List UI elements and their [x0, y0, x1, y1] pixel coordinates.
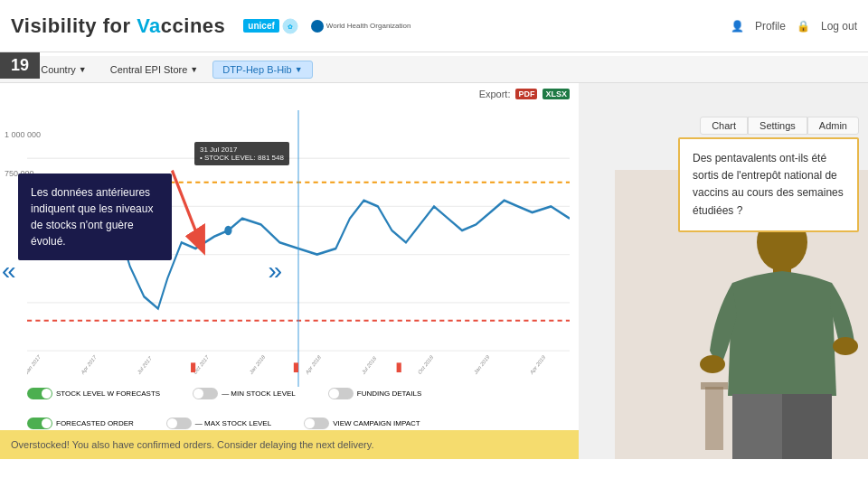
tooltip-stock: • STOCK LEVEL: 881 548 [200, 154, 284, 162]
toggle-stock[interactable] [27, 388, 52, 399]
toggle-funding[interactable] [328, 388, 354, 399]
arrow-right-button[interactable]: » [268, 258, 282, 284]
svg-text:✿: ✿ [288, 23, 293, 30]
legend-item-campaign-impact: VIEW CAMPAIGN IMPACT [304, 418, 420, 429]
header: Visibility for Vaccines unicef ✿ World H… [0, 0, 868, 52]
legend-item-funding: FUNDING DETAILS [328, 388, 421, 399]
who-label: World Health Organization [326, 22, 411, 30]
annotation-right: Des pentavalents ont-ils été sortis de l… [678, 137, 859, 232]
slide-number: 19 [0, 52, 40, 79]
bottom-notification-bar: Overstocked! You also have confirmed ord… [0, 430, 579, 459]
tab-chart[interactable]: Chart [700, 117, 748, 135]
svg-rect-32 [782, 394, 832, 459]
xlsx-export-button[interactable]: XLSX [542, 89, 570, 99]
legend-label-stock: STOCK LEVEL W FORECASTS [56, 389, 160, 398]
toggle-max[interactable] [166, 418, 192, 429]
partner-logos: unicef ✿ World Health Organization [243, 18, 410, 34]
svg-rect-31 [732, 394, 778, 459]
chart-tooltip: 31 Jul 2017 • STOCK LEVEL: 881 548 [194, 142, 289, 165]
toggle-campaign-impact[interactable] [304, 418, 329, 429]
svg-text:Apr 2018: Apr 2018 [305, 353, 322, 375]
toggle-order[interactable] [27, 418, 52, 429]
right-panel: Des pentavalents ont-ils été sortis de l… [579, 83, 868, 459]
export-label: Export: [479, 89, 511, 99]
svg-rect-33 [705, 387, 723, 450]
svg-rect-24 [397, 362, 401, 372]
unicef-emblem-icon: ✿ [282, 18, 298, 34]
lock-icon: 🔒 [797, 20, 810, 33]
unicef-logo: unicef [243, 19, 278, 33]
nav-tabs: ViVa Country ▼ Central EPI Store ▼ DTP-H… [0, 56, 868, 83]
svg-rect-34 [701, 382, 728, 389]
tab-vaccine[interactable]: DTP-Hep B-Hib ▼ [212, 61, 312, 79]
tab-admin[interactable]: Admin [807, 117, 859, 135]
svg-point-11 [224, 226, 231, 236]
profile-label[interactable]: Profile [755, 20, 786, 33]
main-content: Export: PDF XLSX 1 000 000 750 000 [0, 83, 868, 459]
slide-container: Visibility for Vaccines unicef ✿ World H… [0, 0, 868, 488]
chevron-down-icon: ▼ [79, 65, 87, 74]
pdf-export-button[interactable]: PDF [515, 89, 537, 99]
right-tabs: Chart Settings Admin [691, 112, 868, 139]
svg-text:Jul 2017: Jul 2017 [137, 355, 152, 375]
legend-label-min: — MIN STOCK LEVEL [222, 389, 296, 398]
svg-text:Apr 2019: Apr 2019 [530, 353, 547, 375]
arrow-left-button[interactable]: « [2, 258, 16, 284]
svg-text:Jan 2017: Jan 2017 [27, 353, 42, 375]
legend-item-min: — MIN STOCK LEVEL [193, 388, 296, 399]
notification-text: Overstocked! You also have confirmed ord… [11, 439, 374, 450]
svg-text:Oct 2018: Oct 2018 [417, 353, 434, 375]
legend-item-max: — MAX STOCK LEVEL [166, 418, 271, 429]
chevron-down-icon: ▼ [295, 65, 303, 74]
tab-central-epi[interactable]: Central EPI Store ▼ [101, 61, 208, 78]
tooltip-date: 31 Jul 2017 [200, 145, 284, 154]
legend-label-funding: FUNDING DETAILS [357, 389, 421, 398]
logout-label[interactable]: Log out [821, 20, 857, 33]
legend-label-campaign-impact: VIEW CAMPAIGN IMPACT [333, 419, 420, 427]
header-actions: 👤 Profile 🔒 Log out [731, 20, 857, 33]
svg-text:Jan 2018: Jan 2018 [249, 353, 266, 376]
logo: Visibility for Vaccines [11, 14, 225, 38]
legend-label-order: FORECASTED ORDER [56, 419, 134, 427]
svg-text:Jan 2019: Jan 2019 [473, 353, 490, 376]
legend-label-max: — MAX STOCK LEVEL [195, 419, 271, 427]
svg-point-29 [833, 337, 858, 355]
who-emblem-icon [311, 20, 324, 33]
legend-item-order: FORECASTED ORDER [27, 418, 134, 429]
svg-rect-22 [191, 362, 195, 372]
chart-area: Export: PDF XLSX 1 000 000 750 000 [0, 83, 579, 459]
annotation-left: Les données antérieures indiquent que le… [18, 174, 172, 260]
legend-item-stock: STOCK LEVEL W FORECASTS [27, 388, 160, 399]
toggle-min[interactable] [193, 388, 218, 399]
svg-text:Apr 2017: Apr 2017 [80, 354, 97, 376]
svg-text:Jul 2018: Jul 2018 [361, 354, 377, 375]
chevron-down-icon: ▼ [190, 65, 198, 74]
svg-point-28 [700, 355, 725, 373]
person-icon: 👤 [731, 20, 744, 33]
tab-settings[interactable]: Settings [748, 117, 807, 135]
export-area: Export: PDF XLSX [479, 89, 570, 99]
svg-rect-23 [294, 362, 298, 372]
